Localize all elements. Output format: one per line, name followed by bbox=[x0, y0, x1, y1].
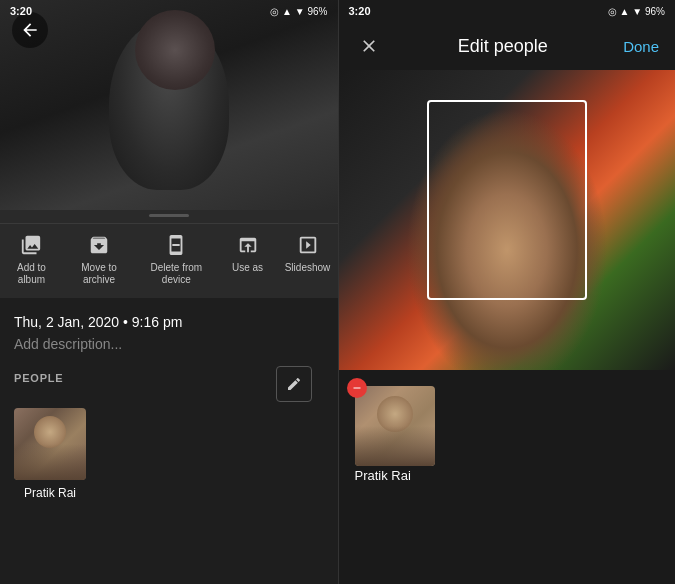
person-card-right: Pratik Rai bbox=[355, 386, 435, 484]
toolbar-wrap: Add to album Move to archive Delete from… bbox=[0, 210, 338, 298]
left-panel: 3:20 ◎ ▲ ▼ 96% Add to album Move to arch… bbox=[0, 0, 338, 584]
toolbar-label-add-album: Add to album bbox=[8, 262, 55, 286]
people-row-left: Pratik Rai bbox=[14, 408, 324, 500]
pencil-icon bbox=[286, 376, 302, 392]
delete-icon bbox=[163, 232, 189, 258]
people-section-label: PEOPLE bbox=[14, 372, 63, 384]
archive-icon bbox=[86, 232, 112, 258]
x-icon bbox=[359, 36, 379, 56]
toolbar-divider bbox=[149, 214, 189, 217]
person-name-right: Pratik Rai bbox=[355, 468, 411, 483]
info-section: Thu, 2 Jan, 2020 • 9:16 pm Add descripti… bbox=[0, 298, 338, 584]
toolbar-item-archive[interactable]: Move to archive bbox=[63, 228, 135, 290]
person-photo-left bbox=[14, 408, 86, 480]
toolbar: Add to album Move to archive Delete from… bbox=[0, 223, 338, 298]
status-time-right: 3:20 bbox=[349, 5, 371, 17]
toolbar-label-delete: Delete from device bbox=[143, 262, 209, 286]
close-button[interactable] bbox=[355, 32, 383, 60]
status-bar-right: 3:20 ◎ ▲ ▼ 96% bbox=[339, 0, 676, 22]
right-panel: 3:20 ◎ ▲ ▼ 96% Edit people Done Pratik R… bbox=[339, 0, 676, 584]
edit-people-title: Edit people bbox=[458, 36, 548, 57]
people-section-right: Pratik Rai bbox=[339, 370, 676, 584]
left-photo bbox=[0, 0, 338, 210]
status-icons-right: ◎ ▲ ▼ 96% bbox=[608, 6, 665, 17]
use-as-icon bbox=[235, 232, 261, 258]
face-detect-photo bbox=[339, 70, 676, 370]
toolbar-label-archive: Move to archive bbox=[71, 262, 127, 286]
slideshow-icon bbox=[295, 232, 321, 258]
add-album-icon bbox=[18, 232, 44, 258]
status-icons-left: ◎ ▲ ▼ 96% bbox=[270, 6, 327, 17]
remove-person-button[interactable] bbox=[347, 378, 367, 398]
done-button[interactable]: Done bbox=[623, 38, 659, 55]
people-section-left: PEOPLE Pratik Rai bbox=[14, 372, 324, 500]
toolbar-label-slideshow: Slideshow bbox=[285, 262, 331, 274]
photo-description[interactable]: Add description... bbox=[14, 336, 324, 352]
status-time-left: 3:20 bbox=[10, 5, 32, 17]
toolbar-item-add-album[interactable]: Add to album bbox=[0, 228, 63, 290]
toolbar-item-slideshow[interactable]: Slideshow bbox=[278, 228, 338, 278]
photo-date: Thu, 2 Jan, 2020 • 9:16 pm bbox=[14, 314, 324, 330]
toolbar-item-delete[interactable]: Delete from device bbox=[135, 228, 217, 290]
person-avatar-left[interactable]: Pratik Rai bbox=[14, 408, 86, 500]
top-bar-right: Edit people Done bbox=[339, 22, 676, 70]
status-bar-left: 3:20 ◎ ▲ ▼ 96% bbox=[0, 0, 338, 22]
minus-icon bbox=[351, 382, 363, 394]
person-photo-right[interactable] bbox=[355, 386, 435, 466]
people-edit-button[interactable] bbox=[276, 366, 312, 402]
face-detection-box bbox=[427, 100, 587, 300]
toolbar-item-use-as[interactable]: Use as bbox=[218, 228, 278, 278]
toolbar-label-use-as: Use as bbox=[232, 262, 263, 274]
person-name-left: Pratik Rai bbox=[24, 486, 76, 500]
